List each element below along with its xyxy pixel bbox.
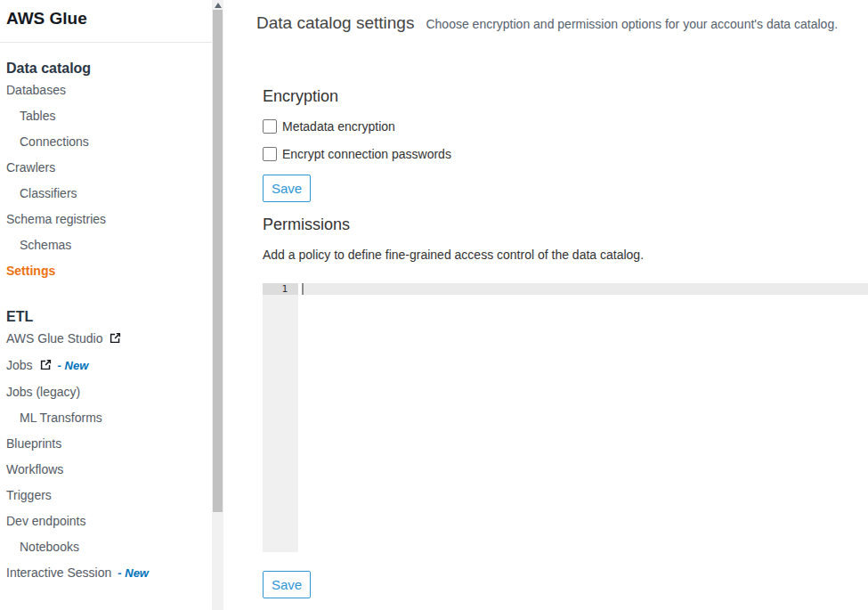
policy-editor[interactable]: 1 (263, 283, 868, 552)
sidebar-item-label: Settings (6, 264, 55, 278)
scrollbar-up-button[interactable] (212, 0, 223, 10)
sidebar-item-workflows[interactable]: Workflows (6, 457, 206, 483)
sidebar-item-label: Tables (20, 109, 55, 123)
sidebar-item-settings[interactable]: Settings (6, 258, 206, 284)
scroll-up-icon (215, 3, 222, 8)
sidebar-nav: Data catalogDatabasesTablesConnectionsCr… (6, 43, 206, 586)
page-title: Data catalog settings (256, 13, 414, 33)
sidebar-item-label: Schema registries (6, 212, 106, 226)
sidebar-scrollbar-thumb[interactable] (213, 10, 223, 512)
encrypt-passwords-row[interactable]: Encrypt connection passwords (263, 147, 451, 161)
sidebar-item-blueprints[interactable]: Blueprints (6, 431, 206, 457)
external-link-icon (110, 327, 121, 353)
sidebar-item-label: Crawlers (6, 160, 55, 175)
app-title: AWS Glue (6, 9, 87, 28)
permissions-save-button[interactable]: Save (263, 571, 311, 598)
sidebar-item-label: Jobs (6, 358, 33, 372)
sidebar-item-label: Notebooks (20, 540, 79, 554)
sidebar-item-label: Triggers (6, 488, 52, 502)
encrypt-passwords-label[interactable]: Encrypt connection passwords (282, 147, 451, 161)
sidebar-item-crawlers[interactable]: Crawlers (6, 155, 206, 181)
sidebar-section-heading-data-catalog: Data catalog (6, 60, 206, 77)
sidebar-item-label: Blueprints (6, 436, 61, 451)
sidebar-item-label: AWS Glue Studio (6, 331, 102, 346)
sidebar-item-connections[interactable]: Connections (6, 129, 206, 155)
metadata-encryption-label[interactable]: Metadata encryption (282, 119, 395, 134)
sidebar-item-label: Workflows (6, 462, 63, 476)
permissions-description: Add a policy to define fine-grained acce… (263, 248, 644, 262)
sidebar-item-label: Dev endpoints (6, 514, 86, 528)
page-header: Data catalog settings Choose encryption … (256, 13, 838, 33)
main-content: Data catalog settings Choose encryption … (224, 0, 868, 610)
encryption-save-button[interactable]: Save (263, 175, 311, 202)
sidebar-item-label: Interactive Session (6, 565, 111, 580)
sidebar-item-jobs-legacy-[interactable]: Jobs (legacy) (6, 379, 206, 405)
sidebar-item-tables[interactable]: Tables (6, 103, 206, 129)
metadata-encryption-checkbox[interactable] (263, 119, 277, 134)
encryption-heading: Encryption (263, 87, 338, 106)
sidebar-item-label: Databases (6, 83, 66, 97)
permissions-heading: Permissions (263, 216, 350, 234)
sidebar-item-triggers[interactable]: Triggers (6, 483, 206, 508)
sidebar-item-jobs[interactable]: Jobs- New (6, 353, 206, 379)
editor-line-number: 1 (263, 283, 298, 295)
page-subtitle: Choose encryption and permission options… (426, 17, 838, 31)
encrypt-passwords-checkbox[interactable] (263, 147, 277, 161)
sidebar-item-aws-glue-studio[interactable]: AWS Glue Studio (6, 326, 206, 353)
sidebar-item-interactive-session[interactable]: Interactive Session- New (6, 560, 206, 586)
sidebar-item-classifiers[interactable]: Classifiers (6, 181, 206, 207)
sidebar-item-label: Connections (20, 134, 89, 149)
sidebar-scrollbar-track[interactable] (212, 0, 223, 610)
sidebar: AWS Glue Data catalogDatabasesTablesConn… (0, 0, 224, 610)
new-badge: - New (118, 566, 149, 580)
metadata-encryption-row[interactable]: Metadata encryption (263, 119, 395, 134)
editor-cursor (302, 283, 304, 295)
sidebar-item-ml-transforms[interactable]: ML Transforms (6, 405, 206, 431)
sidebar-item-dev-endpoints[interactable]: Dev endpoints (6, 508, 206, 534)
sidebar-item-label: Classifiers (20, 186, 77, 200)
editor-active-line[interactable] (302, 283, 868, 295)
sidebar-item-schemas[interactable]: Schemas (6, 232, 206, 258)
sidebar-item-notebooks[interactable]: Notebooks (6, 534, 206, 560)
new-badge: - New (58, 359, 89, 372)
editor-gutter: 1 (263, 283, 298, 552)
sidebar-item-label: ML Transforms (20, 411, 102, 425)
external-link-icon (40, 354, 52, 379)
sidebar-item-label: Schemas (20, 238, 71, 252)
sidebar-item-label: Jobs (legacy) (6, 385, 80, 399)
sidebar-item-databases[interactable]: Databases (6, 77, 206, 103)
sidebar-item-schema-registries[interactable]: Schema registries (6, 207, 206, 232)
sidebar-section-heading-etl: ETL (6, 308, 206, 326)
